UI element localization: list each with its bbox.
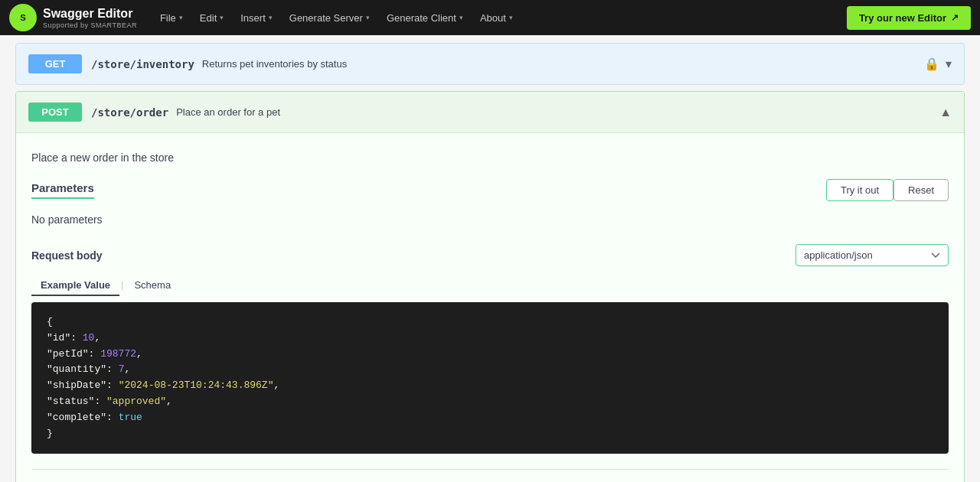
get-inventory-endpoint[interactable]: GET /store/inventory Returns pet invento…	[15, 43, 965, 85]
main-content: GET /store/inventory Returns pet invento…	[0, 35, 980, 482]
collapse-icon[interactable]: ▾	[946, 57, 952, 71]
nav-generate-client[interactable]: Generate Client ▾	[379, 8, 471, 28]
brand-title: Swagger Editor	[43, 6, 137, 21]
code-line-6: "status": "approved",	[47, 394, 933, 410]
code-line-4: "quantity": 7,	[47, 362, 933, 378]
about-caret-icon: ▾	[509, 14, 513, 21]
lock-icon: 🔒	[924, 57, 939, 71]
try-it-out-button[interactable]: Try it out	[826, 179, 893, 201]
post-order-icons: ▲	[939, 106, 952, 119]
code-line-2: "id": 10,	[47, 331, 933, 347]
tab-divider: |	[119, 275, 125, 296]
nav-about[interactable]: About ▾	[472, 8, 521, 28]
nav-insert[interactable]: Insert ▾	[233, 8, 280, 28]
responses-title: Responses	[31, 479, 93, 482]
parameters-title-wrapper: Parameters	[31, 181, 94, 199]
nav-menu: File ▾ Edit ▾ Insert ▾ Generate Server ▾…	[152, 8, 844, 28]
example-value-tab[interactable]: Example Value	[31, 275, 119, 296]
example-code-block: { "id": 10, "petId": 198772, "quantity":…	[31, 302, 949, 454]
parameters-title: Parameters	[31, 181, 94, 199]
expand-icon[interactable]: ▲	[939, 106, 952, 119]
no-parameters-text: No parameters	[31, 207, 949, 232]
edit-caret-icon: ▾	[220, 14, 224, 21]
try-new-editor-button[interactable]: Try our new Editor ↗	[847, 6, 971, 30]
code-line-8: }	[47, 426, 933, 442]
get-inventory-path: /store/inventory	[91, 58, 194, 70]
request-body-section: Request body application/jsonapplication…	[31, 244, 949, 454]
get-method-badge: GET	[28, 54, 82, 73]
post-order-header[interactable]: POST /store/order Place an order for a p…	[16, 92, 964, 132]
nav-file[interactable]: File ▾	[152, 8, 191, 28]
post-order-body: Place a new order in the store Parameter…	[16, 132, 964, 482]
file-caret-icon: ▾	[179, 14, 183, 21]
nav-generate-server[interactable]: Generate Server ▾	[282, 8, 377, 28]
parameters-header: Parameters Try it out Reset	[31, 179, 949, 201]
reset-button[interactable]: Reset	[893, 179, 949, 201]
request-body-label: Request body	[31, 249, 103, 262]
brand-text: Swagger Editor Supported by SMARTBEAR	[43, 6, 137, 28]
external-link-icon: ↗	[951, 12, 959, 23]
code-line-1: {	[47, 314, 933, 331]
post-order-endpoint: POST /store/order Place an order for a p…	[15, 91, 965, 482]
parameters-buttons: Try it out Reset	[820, 179, 949, 201]
brand: S Swagger Editor Supported by SMARTBEAR	[9, 4, 137, 31]
post-method-badge: POST	[28, 103, 82, 122]
gen-client-caret-icon: ▾	[459, 14, 463, 21]
insert-caret-icon: ▾	[269, 14, 273, 21]
schema-tab[interactable]: Schema	[125, 275, 180, 296]
code-line-3: "petId": 198772,	[47, 347, 933, 363]
content-type-select[interactable]: application/jsonapplication/xml	[795, 244, 949, 266]
code-line-5: "shipDate": "2024-08-23T10:24:43.896Z",	[47, 378, 933, 394]
parameters-section: Parameters Try it out Reset No parameter…	[31, 179, 949, 232]
svg-text:S: S	[20, 13, 26, 22]
post-order-summary: Place a new order in the store	[31, 145, 949, 179]
get-inventory-icons: 🔒 ▾	[924, 57, 952, 71]
request-body-row: Request body application/jsonapplication…	[31, 244, 949, 266]
gen-server-caret-icon: ▾	[366, 14, 370, 21]
nav-edit[interactable]: Edit ▾	[192, 8, 231, 28]
swagger-logo: S	[9, 4, 37, 31]
example-tabs: Example Value | Schema	[31, 275, 949, 296]
get-inventory-description: Returns pet inventories by status	[202, 58, 924, 70]
navbar: S Swagger Editor Supported by SMARTBEAR …	[0, 0, 980, 35]
brand-subtitle: Supported by SMARTBEAR	[43, 21, 137, 29]
post-order-description: Place an order for a pet	[176, 106, 939, 118]
code-line-7: "complete": true	[47, 410, 933, 426]
responses-section: Responses	[31, 469, 949, 482]
post-order-path: /store/order	[91, 106, 168, 119]
